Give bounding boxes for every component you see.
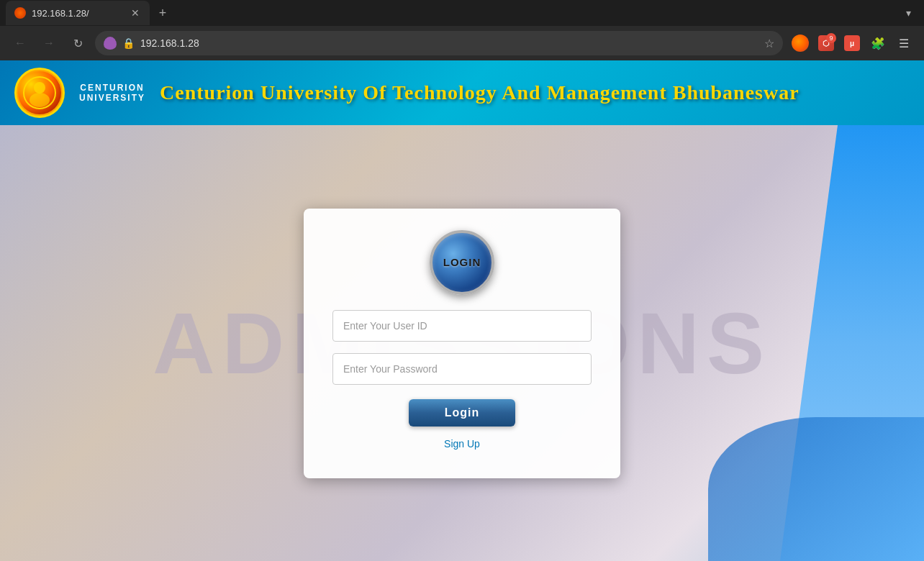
nav-bar: ← → ↻ 🔒 192.168.1.28 ☆ ⬡ 9 μ 🧩	[0, 26, 924, 60]
login-icon-text: LOGIN	[443, 256, 481, 268]
tab-bar: 192.168.1.28/ ✕ + ▾	[0, 0, 924, 26]
tab-favicon	[14, 7, 26, 19]
logo-inner	[18, 71, 61, 114]
login-panel: LOGIN Login Sign Up	[304, 209, 620, 478]
password-input[interactable]	[332, 353, 592, 385]
back-button[interactable]: ←	[9, 32, 32, 55]
svg-point-1	[34, 82, 45, 94]
toolbar-icons: ⬡ 9 μ 🧩 ☰	[789, 32, 915, 55]
university-logo	[14, 68, 65, 118]
blue-shape-bottom	[708, 417, 924, 561]
forward-button[interactable]: →	[37, 32, 60, 55]
logo-subtitle: CENTURIONUNIVERSITY	[79, 83, 145, 103]
signup-link[interactable]: Sign Up	[444, 438, 480, 450]
tab-dropdown-button[interactable]: ▾	[898, 3, 918, 23]
ublock-button[interactable]: μ	[841, 32, 864, 55]
login-submit-button[interactable]: Login	[409, 399, 516, 427]
main-content: ADMISSIONS LOGIN Login Sign Up	[0, 125, 924, 561]
menu-button[interactable]: ☰	[892, 32, 915, 55]
firefox-logo-icon	[792, 35, 809, 52]
badge-count: 9	[826, 33, 836, 43]
badged-addon-button[interactable]: ⬡ 9	[815, 32, 838, 55]
ublock-icon: μ	[844, 35, 860, 51]
svg-point-2	[30, 93, 50, 107]
firefox-button[interactable]	[789, 32, 812, 55]
user-id-input[interactable]	[332, 310, 592, 342]
logo-svg	[22, 75, 58, 111]
reload-button[interactable]: ↻	[66, 32, 89, 55]
university-header: CENTURIONUNIVERSITY Centurion University…	[0, 60, 924, 125]
browser-chrome: 192.168.1.28/ ✕ + ▾ ← → ↻ 🔒 192.168.1.28…	[0, 0, 924, 60]
extensions-button[interactable]: 🧩	[866, 32, 889, 55]
new-tab-button[interactable]: +	[153, 3, 173, 23]
lock-icon: 🔒	[122, 37, 135, 49]
login-icon-button[interactable]: LOGIN	[430, 230, 494, 295]
tab-title: 192.168.1.28/	[32, 8, 124, 19]
active-tab[interactable]: 192.168.1.28/ ✕	[6, 1, 150, 25]
page-content: CENTURIONUNIVERSITY Centurion University…	[0, 60, 924, 561]
shield-icon	[104, 37, 117, 50]
logo-text-area: CENTURIONUNIVERSITY	[79, 83, 145, 103]
bookmark-star-button[interactable]: ☆	[764, 37, 774, 50]
university-title: Centurion University Of Technology And M…	[160, 81, 800, 104]
tab-close-button[interactable]: ✕	[130, 7, 141, 19]
address-text[interactable]: 192.168.1.28	[140, 37, 758, 49]
address-bar[interactable]: 🔒 192.168.1.28 ☆	[95, 31, 783, 55]
